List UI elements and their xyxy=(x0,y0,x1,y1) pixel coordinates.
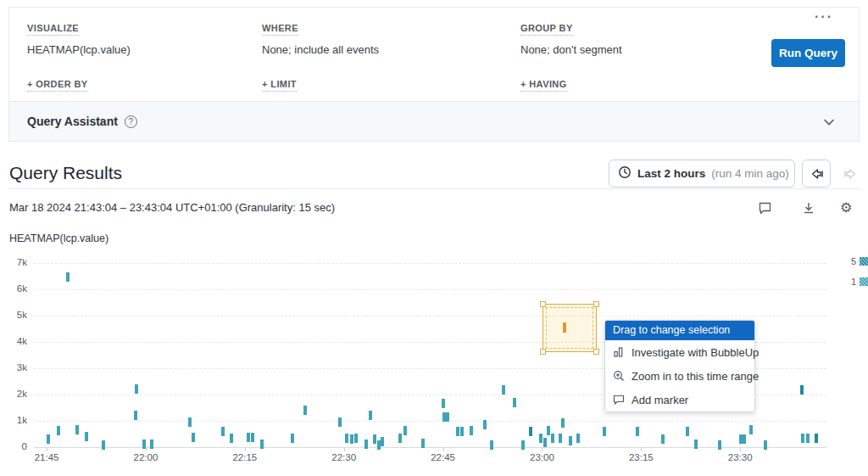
legend-max-label: 5 xyxy=(851,256,856,266)
y-axis-label: 4k xyxy=(0,336,27,346)
heatmap-cell xyxy=(800,385,804,395)
heatmap-cell xyxy=(490,440,493,450)
legend-max-row: 5 xyxy=(846,255,868,266)
heatmap-cell xyxy=(47,434,50,444)
heatmap-cell xyxy=(521,440,525,450)
heatmap-cell xyxy=(529,427,532,436)
heatmap-cell xyxy=(291,434,294,443)
zoom-in-icon xyxy=(613,370,625,382)
heatmap-cell xyxy=(150,440,153,449)
gridline xyxy=(34,263,826,264)
heatmap-cell xyxy=(749,425,753,434)
x-axis-label: 23:15 xyxy=(615,452,666,462)
heatmap-cell xyxy=(364,440,368,449)
x-axis-label: 22:30 xyxy=(319,452,370,462)
legend-min-swatch xyxy=(860,277,868,286)
selection-handle-se[interactable] xyxy=(593,349,599,355)
heatmap-cell xyxy=(576,434,580,443)
heatmap-cell xyxy=(636,427,639,436)
heatmap-cell xyxy=(75,425,79,434)
selected-heatmap-cell xyxy=(563,322,566,333)
context-menu-header: Drag to change selection xyxy=(605,321,754,340)
menu-item-add-marker[interactable]: Add marker xyxy=(605,388,754,412)
selection-handle-nw[interactable] xyxy=(540,301,546,307)
x-axis-label: 22:00 xyxy=(120,452,171,462)
selection-box[interactable] xyxy=(542,304,597,352)
heatmap-cell xyxy=(551,434,554,443)
heatmap-cell xyxy=(603,427,606,436)
heatmap-cell xyxy=(456,427,459,436)
x-axis-tick xyxy=(740,447,741,451)
y-axis-label: 5k xyxy=(0,310,27,320)
heatmap-cell xyxy=(142,440,146,449)
heatmap-cell xyxy=(661,434,665,444)
heatmap-cell xyxy=(483,420,487,429)
heatmap-cell xyxy=(381,437,384,446)
heatmap-cell xyxy=(815,434,818,443)
heatmap-cell xyxy=(718,440,721,450)
x-axis-tick xyxy=(641,447,642,451)
bubbleup-chart-icon xyxy=(613,346,625,358)
x-axis-tick xyxy=(344,447,345,451)
heatmap-cell xyxy=(57,426,60,435)
gridline xyxy=(34,316,826,316)
heatmap-cell xyxy=(354,434,358,443)
selection-handle-ne[interactable] xyxy=(593,301,599,307)
heatmap-cell xyxy=(230,434,233,443)
heatmap-cell xyxy=(547,426,550,435)
y-axis-label: 2k xyxy=(0,389,27,399)
heatmap-cell xyxy=(369,411,372,420)
heatmap-cell xyxy=(694,440,698,449)
heatmap-cell xyxy=(806,434,810,443)
heatmap-cell xyxy=(403,426,407,435)
heatmap-cell xyxy=(446,412,449,422)
heatmap-cell xyxy=(102,440,105,450)
heatmap-cell xyxy=(338,417,342,427)
legend-min-row: 1 xyxy=(846,276,868,287)
y-axis-label: 7k xyxy=(0,257,27,267)
heatmap-cell xyxy=(66,272,70,282)
heatmap-cell xyxy=(686,427,689,436)
heatmap-cell xyxy=(539,434,542,443)
y-axis-label: 3k xyxy=(0,362,27,372)
gridline xyxy=(34,421,826,422)
heatmap-cell xyxy=(543,438,547,447)
y-axis-label: 6k xyxy=(0,283,27,294)
add-marker-icon xyxy=(613,394,625,406)
heatmap-cell xyxy=(188,417,192,427)
y-axis-label: 0 xyxy=(0,441,27,451)
gridline xyxy=(34,289,826,290)
x-axis-label: 21:45 xyxy=(21,452,72,462)
heatmap-cell xyxy=(135,384,138,394)
heatmap-cell xyxy=(377,440,381,450)
x-axis-label: 22:15 xyxy=(220,452,270,462)
heatmap-cell xyxy=(559,434,562,443)
menu-item-zoom-time-range[interactable]: Zoom in to this time range xyxy=(605,364,754,388)
heatmap-cell xyxy=(398,434,402,443)
heatmap-cell xyxy=(192,433,195,442)
heatmap-cell xyxy=(764,440,767,450)
legend-max-swatch xyxy=(860,257,868,266)
heatmap-cell xyxy=(251,433,254,442)
heatmap-cell xyxy=(247,433,250,442)
heatmap-cell xyxy=(373,434,376,444)
heatmap-cell xyxy=(421,439,425,448)
heatmap-cell xyxy=(801,434,804,443)
selection-context-menu: Drag to change selection Investigate wit… xyxy=(604,320,755,412)
heatmap-cell xyxy=(85,432,88,441)
query-page: VISUALIZE HEATMAP(lcp.value) WHERE None;… xyxy=(0,0,868,476)
x-axis-tick xyxy=(542,447,542,451)
menu-item-investigate-bubbleup[interactable]: Investigate with BubbleUp xyxy=(605,340,754,364)
heatmap-cell xyxy=(502,385,505,395)
heatmap-cell xyxy=(561,418,565,428)
heatmap-cell xyxy=(260,440,264,449)
menu-item-label: Zoom in to this time range xyxy=(632,370,759,383)
x-axis-tick xyxy=(245,447,246,451)
heatmap-cell xyxy=(513,398,516,407)
menu-item-label: Add marker xyxy=(632,394,688,406)
selection-handle-sw[interactable] xyxy=(540,349,546,355)
heatmap-cell xyxy=(569,436,572,445)
heatmap-cell xyxy=(442,399,445,408)
heatmap-cell xyxy=(134,411,137,420)
x-axis-tick xyxy=(443,447,444,451)
